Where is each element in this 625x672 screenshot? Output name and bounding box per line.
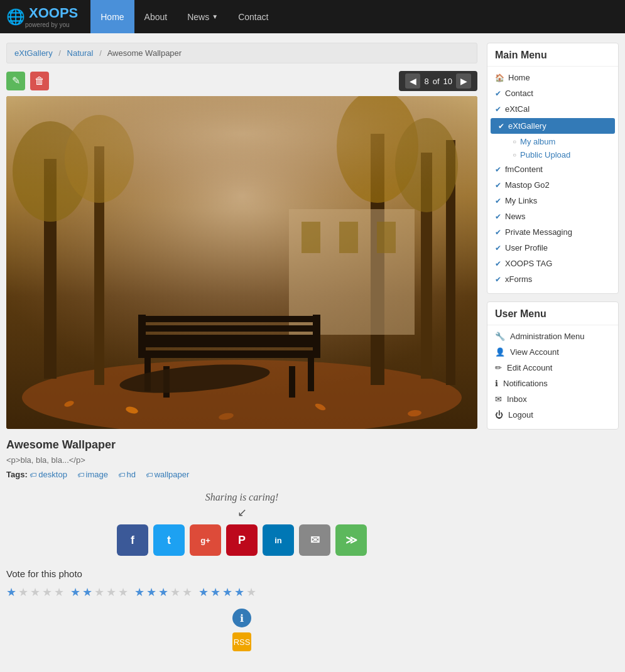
main-menu-title: Main Menu: [487, 50, 618, 67]
star-2-2[interactable]: ★: [82, 585, 92, 599]
sidebar-item-logout[interactable]: ⏻ Logout: [487, 407, 618, 423]
privatemsg-check-icon: ✔: [495, 228, 501, 237]
share-linkedin-button[interactable]: in: [263, 524, 294, 556]
myalbum-link[interactable]: My album: [520, 137, 555, 146]
tag-desktop[interactable]: desktop: [30, 470, 67, 479]
sidebar-item-privatemsg[interactable]: ✔ Private Messaging: [487, 224, 618, 240]
action-buttons: ✎ 🗑: [6, 72, 49, 91]
sidebar-item-home[interactable]: 🏠 Home: [487, 70, 618, 85]
sidebar-item-editaccount[interactable]: ✏ Edit Account: [487, 360, 618, 376]
userprofile-check-icon: ✔: [495, 244, 501, 252]
brand: 🌐 XOOPS powered by you: [6, 5, 78, 28]
star-1-4[interactable]: ★: [42, 585, 52, 599]
info-icons: ℹ: [6, 609, 477, 627]
star-4-4[interactable]: ★: [234, 585, 244, 599]
logo-globe: 🌐: [6, 8, 25, 26]
breadcrumb-extgallery[interactable]: eXtGallery: [14, 48, 53, 58]
contact-check-icon: ✔: [495, 89, 501, 98]
nav-about[interactable]: About: [134, 0, 178, 33]
share-googleplus-button[interactable]: g+: [190, 524, 221, 556]
sidebar-item-mastop[interactable]: ✔ Mastop Go2: [487, 177, 618, 193]
share-more-button[interactable]: ≫: [335, 524, 367, 556]
svg-rect-18: [302, 222, 320, 253]
next-photo-button[interactable]: ▶: [456, 73, 471, 89]
share-email-button[interactable]: ✉: [299, 524, 330, 556]
sidebar-item-viewaccount[interactable]: 👤 View Account: [487, 344, 618, 360]
sidebar-item-contact[interactable]: ✔ Contact: [487, 85, 618, 101]
star-4-3[interactable]: ★: [222, 585, 232, 599]
breadcrumb-natural[interactable]: Natural: [67, 48, 94, 58]
rss-button[interactable]: RSS: [232, 632, 251, 651]
star-1-3[interactable]: ★: [30, 585, 40, 599]
star-4-5[interactable]: ★: [246, 585, 256, 599]
breadcrumb-sep-1: /: [58, 48, 61, 58]
viewaccount-icon: 👤: [495, 347, 505, 357]
edit-button[interactable]: ✎: [6, 72, 25, 90]
share-pinterest-button[interactable]: P: [226, 524, 258, 556]
sidebar-item-inbox[interactable]: ✉ Inbox: [487, 391, 618, 407]
sidebar-item-extgallery[interactable]: ✔ eXtGallery: [491, 118, 615, 134]
star-4-2[interactable]: ★: [210, 585, 220, 599]
sidebar-item-news[interactable]: ✔ News: [487, 209, 618, 224]
star-1-1[interactable]: ★: [6, 585, 16, 599]
svg-rect-19: [339, 222, 358, 253]
sidebar-item-xforms[interactable]: ✔ xForms: [487, 271, 618, 287]
sidebar-item-mylinks[interactable]: ✔ My Links: [487, 193, 618, 209]
prev-photo-button[interactable]: ◀: [405, 73, 420, 89]
svg-rect-26: [138, 341, 320, 347]
star-3-3[interactable]: ★: [158, 585, 168, 599]
nav-contact[interactable]: Contact: [228, 0, 278, 33]
info-button[interactable]: ℹ: [232, 609, 251, 627]
share-facebook-button[interactable]: f: [117, 524, 148, 556]
tag-hd[interactable]: hd: [118, 470, 136, 479]
nav-home[interactable]: Home: [90, 0, 134, 33]
star-2-5[interactable]: ★: [118, 585, 128, 599]
photo-desc: <p>bla, bla, bla...</p>: [6, 455, 477, 465]
star-2-3[interactable]: ★: [94, 585, 104, 599]
sub-item-publicupload[interactable]: ○ Public Upload: [505, 148, 618, 161]
star-1-5[interactable]: ★: [54, 585, 64, 599]
powered-text: powered by you: [25, 21, 78, 28]
svg-rect-25: [138, 350, 320, 358]
sidebar-item-xoopstag[interactable]: ✔ XOOPS TAG: [487, 256, 618, 271]
star-2-1[interactable]: ★: [70, 585, 80, 599]
sidebar-item-adminmenu[interactable]: 🔧 Administration Menu: [487, 328, 618, 344]
main-container: eXtGallery / Natural / Awesome Wallpaper…: [0, 33, 625, 661]
star-3-1[interactable]: ★: [134, 585, 144, 599]
sub-item-myalbum[interactable]: ○ My album: [505, 135, 618, 148]
inbox-icon: ✉: [495, 394, 502, 404]
star-3-2[interactable]: ★: [146, 585, 156, 599]
sidebar-item-fmcontent[interactable]: ✔ fmContent: [487, 161, 618, 177]
sidebar-home-label: Home: [508, 73, 530, 82]
sharing-arrow: ↙: [6, 506, 477, 519]
tag-wallpaper[interactable]: wallpaper: [146, 470, 190, 479]
star-2-4[interactable]: ★: [106, 585, 116, 599]
star-3-5[interactable]: ★: [182, 585, 192, 599]
svg-rect-33: [6, 96, 477, 222]
notifications-icon: ℹ: [495, 379, 498, 388]
share-twitter-button[interactable]: t: [153, 524, 185, 556]
publicupload-link[interactable]: Public Upload: [520, 150, 570, 160]
extgallery-check-icon: ✔: [498, 122, 504, 131]
main-menu: Main Menu 🏠 Home ✔ Contact ✔ eXtCal ✔ eX…: [487, 43, 619, 294]
svg-rect-30: [138, 315, 146, 352]
sidebar-contact-label: Contact: [505, 89, 533, 98]
xforms-check-icon: ✔: [495, 275, 501, 284]
counter-total: 10: [443, 77, 452, 86]
nav-news[interactable]: News ▼: [177, 0, 228, 33]
sidebar-item-extcal[interactable]: ✔ eXtCal: [487, 101, 618, 117]
star-1-2[interactable]: ★: [18, 585, 28, 599]
tag-image[interactable]: image: [77, 470, 108, 479]
sidebar-mylinks-label: My Links: [505, 196, 537, 205]
star-4-1[interactable]: ★: [198, 585, 209, 599]
star-3-4[interactable]: ★: [170, 585, 180, 599]
share-buttons: f t g+ P in ✉ ≫: [6, 524, 477, 556]
photo-tags: Tags: desktop image hd wallpaper: [6, 470, 477, 479]
navbar: 🌐 XOOPS powered by you Home About News ▼…: [0, 0, 625, 33]
sidebar-fmcontent-label: fmContent: [505, 165, 543, 174]
sidebar-news-label: News: [505, 212, 526, 221]
sidebar-item-notifications[interactable]: ℹ Notifications: [487, 376, 618, 391]
delete-button[interactable]: 🗑: [30, 72, 49, 90]
news-check-icon: ✔: [495, 212, 501, 221]
sidebar-item-userprofile[interactable]: ✔ User Profile: [487, 240, 618, 256]
